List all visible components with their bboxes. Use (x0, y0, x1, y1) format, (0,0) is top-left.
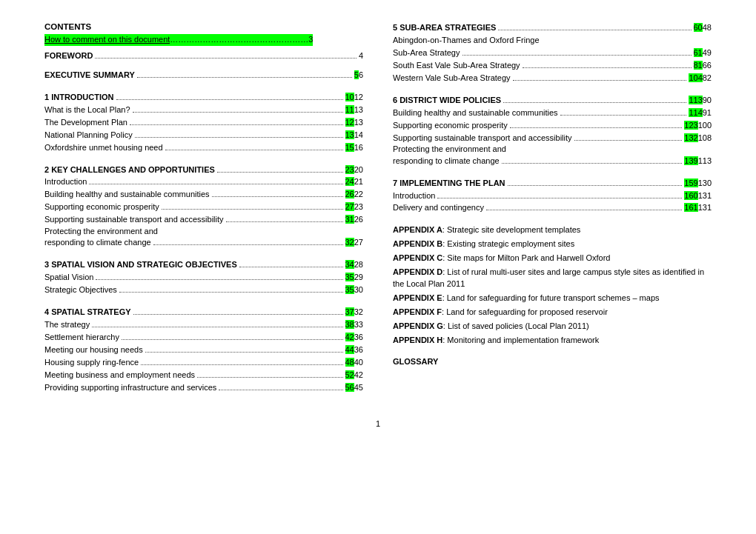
section-5-title: 5 SUB-AREA STRATEGIES (393, 22, 496, 34)
section-6-title: 6 DISTRICT WIDE POLICIES (393, 95, 501, 107)
section-1: 1 INTRODUCTION 1012 What is the Local Pl… (44, 92, 363, 154)
exec-summary-dots (137, 77, 352, 78)
appendix-b: APPENDIX B: Existing strategic employmen… (393, 238, 712, 250)
comment-link[interactable]: How to comment on this document (44, 34, 170, 46)
glossary: GLOSSARY (393, 357, 712, 366)
section-6: 6 DISTRICT WIDE POLICIES 11390 Building … (393, 95, 712, 167)
page-wrapper: CONTENTS How to comment on this document… (44, 22, 712, 404)
section-3-title: 3 SPATIAL VISION AND STRATEGIC OBJECTIVE… (44, 259, 237, 271)
foreword-label: FOREWORD (44, 50, 93, 62)
foreword-page: 4 (359, 50, 363, 62)
left-column: CONTENTS How to comment on this document… (44, 22, 363, 404)
appendix-g: APPENDIX G: List of saved policies (Loca… (393, 321, 712, 333)
foreword-dots (95, 58, 356, 59)
section-1-title: 1 INTRODUCTION (44, 92, 114, 104)
contents-title: CONTENTS How to comment on this document… (44, 22, 363, 81)
section-7-title: 7 IMPLEMENTING THE PLAN (393, 178, 505, 190)
appendices: APPENDIX A: Strategic site development t… (393, 224, 712, 346)
section-7: 7 IMPLEMENTING THE PLAN 159130 Introduct… (393, 178, 712, 215)
right-column: 5 SUB-AREA STRATEGIES 6048 Abingdon-on-T… (393, 22, 712, 404)
exec-summary-page: 56 (354, 70, 363, 81)
section-3: 3 SPATIAL VISION AND STRATEGIC OBJECTIVE… (44, 259, 363, 296)
appendix-d: APPENDIX D: List of rural multi-user sit… (393, 267, 712, 290)
appendix-c: APPENDIX C: Site maps for Milton Park an… (393, 253, 712, 264)
section-2: 2 KEY CHALLENGES AND OPPORTUNITIES 2320 … (44, 164, 363, 250)
section-5: 5 SUB-AREA STRATEGIES 6048 Abingdon-on-T… (393, 22, 712, 84)
appendix-f: APPENDIX F: Land for safeguarding for pr… (393, 307, 712, 318)
appendix-e: APPENDIX E: Land for safeguarding for fu… (393, 293, 712, 304)
appendix-h: APPENDIX H: Monitoring and implementatio… (393, 335, 712, 347)
comment-dots: …………………………………………… (170, 34, 308, 46)
appendix-a: APPENDIX A: Strategic site development t… (393, 224, 712, 236)
section-1-page: 1012 (345, 92, 364, 104)
page-number: 1 (376, 419, 380, 428)
comment-link-row: How to comment on this document………………………… (44, 34, 363, 46)
exec-summary-label: EXECUTIVE SUMMARY (44, 70, 135, 81)
section-4: 4 SPATIAL STRATEGY 3732 The strategy 383… (44, 307, 363, 394)
foreword-row: FOREWORD 4 (44, 50, 363, 62)
comment-page: 3 (308, 34, 313, 46)
exec-summary-row: EXECUTIVE SUMMARY 56 (44, 70, 363, 81)
section-4-title: 4 SPATIAL STRATEGY (44, 307, 131, 318)
page-footer: 1 (44, 419, 712, 428)
section-2-title: 2 KEY CHALLENGES AND OPPORTUNITIES (44, 164, 215, 176)
